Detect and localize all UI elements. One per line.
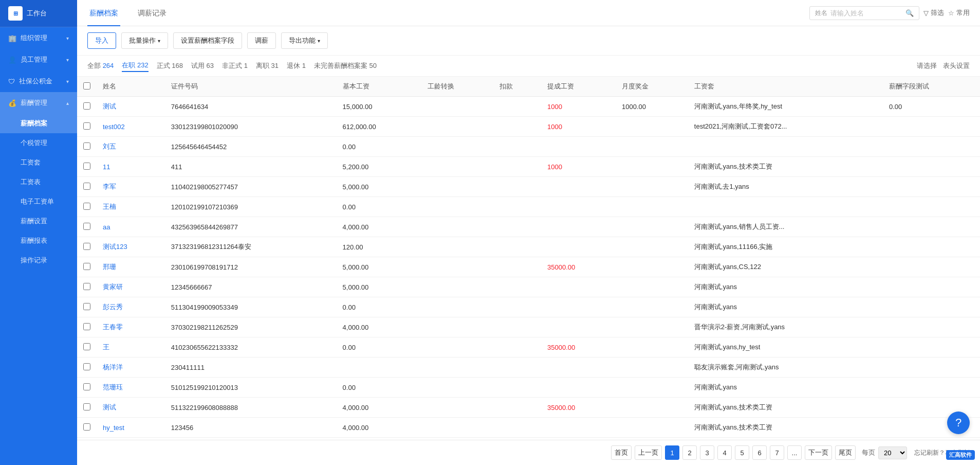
- page-4-button[interactable]: 4: [717, 445, 732, 460]
- batch-button[interactable]: 批量操作 ▾: [121, 32, 168, 49]
- name-link[interactable]: 王春零: [103, 323, 123, 331]
- row-checkbox-cell: [77, 257, 97, 277]
- cell-age-convert: [421, 177, 494, 197]
- sidebar-item-social[interactable]: 🛡 社保公积金 ▾: [0, 70, 77, 92]
- row-checkbox[interactable]: [83, 323, 90, 330]
- page-7-button[interactable]: 7: [770, 445, 784, 460]
- export-button[interactable]: 导出功能 ▾: [281, 32, 328, 49]
- sidebar-item-salary-setting[interactable]: 薪酬设置: [0, 211, 77, 231]
- sidebar-item-salary-file[interactable]: 薪酬档案: [0, 114, 77, 133]
- name-link[interactable]: 测试: [103, 102, 116, 110]
- row-checkbox[interactable]: [83, 363, 90, 370]
- row-checkbox[interactable]: [83, 403, 90, 410]
- cell-wage-set: 河南测试,yans: [688, 378, 883, 398]
- row-checkbox-cell: [77, 197, 97, 217]
- row-checkbox[interactable]: [83, 263, 90, 270]
- sidebar-item-wage-set[interactable]: 工资套: [0, 153, 77, 172]
- cell-deduct: [493, 257, 541, 277]
- name-link[interactable]: 测试123: [103, 243, 127, 251]
- name-link[interactable]: 杨洋洋: [103, 363, 123, 371]
- name-link[interactable]: 王楠: [103, 203, 116, 210]
- prev-page-button[interactable]: 上一页: [635, 445, 662, 460]
- sidebar-item-employee[interactable]: 👤 员工管理 ▾: [0, 49, 77, 70]
- cell-name: test002: [97, 117, 165, 137]
- filter-tab-informal[interactable]: 非正式 1: [222, 60, 248, 71]
- row-checkbox[interactable]: [83, 223, 90, 230]
- page-1-button[interactable]: 1: [665, 445, 679, 460]
- cell-id-no: 410230655622133332: [165, 337, 337, 357]
- name-link[interactable]: 李军: [103, 183, 116, 190]
- set-fields-button[interactable]: 设置薪酬档案字段: [173, 32, 242, 49]
- name-link[interactable]: 王: [103, 343, 109, 351]
- name-link[interactable]: 11: [103, 163, 110, 171]
- row-checkbox[interactable]: [83, 163, 90, 170]
- filter-tab-no-salary[interactable]: 未完善薪酬档案案 50: [314, 60, 377, 71]
- name-link[interactable]: aa: [103, 223, 110, 231]
- row-checkbox[interactable]: [83, 383, 90, 390]
- name-link[interactable]: 邢珊: [103, 263, 116, 271]
- sidebar-item-e-wage[interactable]: 电子工资单: [0, 192, 77, 211]
- favorite-button[interactable]: ☆ 常用: [948, 8, 970, 17]
- filter-tab-probation[interactable]: 试用 63: [191, 60, 214, 71]
- row-checkbox[interactable]: [83, 203, 90, 210]
- page-size-select[interactable]: 20 50 100: [878, 446, 907, 459]
- name-link[interactable]: 刘五: [103, 142, 116, 150]
- row-checkbox[interactable]: [83, 303, 90, 310]
- import-button[interactable]: 导入: [87, 32, 116, 49]
- name-link[interactable]: test002: [103, 123, 125, 131]
- page-5-button[interactable]: 5: [735, 445, 749, 460]
- top-tab-bar: 薪酬档案 调薪记录: [87, 0, 169, 26]
- select-all-button[interactable]: 请选择: [917, 61, 937, 70]
- filter-tab-all[interactable]: 全部 264: [87, 60, 114, 71]
- filter-tab-active[interactable]: 在职 232: [122, 60, 148, 72]
- sidebar-item-tax[interactable]: 个税管理: [0, 133, 77, 153]
- page-3-button[interactable]: 3: [700, 445, 714, 460]
- cell-id-no: 123456: [165, 418, 337, 438]
- filter-tab-retired[interactable]: 退休 1: [287, 60, 306, 71]
- filter-tab-formal[interactable]: 正式 168: [157, 60, 183, 71]
- row-checkbox[interactable]: [83, 122, 90, 130]
- sidebar-item-salary[interactable]: 💰 薪酬管理 ▴: [0, 92, 77, 114]
- cell-commission: [541, 297, 616, 317]
- next-page-button[interactable]: 下一页: [805, 445, 832, 460]
- name-link[interactable]: 黄家研: [103, 283, 123, 291]
- first-page-button[interactable]: 首页: [611, 445, 632, 460]
- cell-name: 黄家研: [97, 277, 165, 297]
- filter-actions: 请选择 表头设置: [917, 61, 970, 70]
- tab-salary-adjust[interactable]: 调薪记录: [136, 2, 169, 26]
- sidebar-item-salary-report[interactable]: 薪酬报表: [0, 231, 77, 251]
- cell-commission: [541, 197, 616, 217]
- export-label: 导出功能: [289, 36, 316, 45]
- row-checkbox[interactable]: [83, 142, 90, 150]
- select-all-checkbox[interactable]: [83, 82, 90, 90]
- filter-tab-resigned[interactable]: 离职 31: [256, 60, 279, 71]
- sidebar-item-org[interactable]: 🏢 组织管理 ▾: [0, 27, 77, 49]
- page-6-button[interactable]: 6: [752, 445, 767, 460]
- name-link[interactable]: 范珊珏: [103, 383, 123, 391]
- row-checkbox-cell: [77, 337, 97, 357]
- col-name: 姓名: [97, 77, 165, 97]
- row-checkbox[interactable]: [83, 343, 90, 350]
- cell-commission: [541, 357, 616, 378]
- sidebar-sub-label-operation-log: 操作记录: [21, 256, 47, 264]
- last-page-button[interactable]: 尾页: [835, 445, 856, 460]
- search-icon[interactable]: 🔍: [905, 9, 914, 17]
- row-checkbox[interactable]: [83, 283, 90, 290]
- dismiss-button[interactable]: 调薪: [247, 32, 276, 49]
- name-link[interactable]: hy_test: [103, 424, 124, 432]
- help-float-button[interactable]: ?: [947, 412, 970, 434]
- filter-button[interactable]: ▽ 筛选: [923, 8, 944, 17]
- name-link[interactable]: 测试: [103, 403, 116, 411]
- tab-salary-file[interactable]: 薪酬档案: [87, 2, 120, 26]
- logo-icon: ⊞: [8, 6, 23, 21]
- search-input[interactable]: [830, 9, 902, 17]
- row-checkbox[interactable]: [83, 183, 90, 190]
- sidebar-item-wage-table[interactable]: 工资表: [0, 172, 77, 192]
- row-checkbox[interactable]: [83, 102, 90, 110]
- sidebar-item-operation-log[interactable]: 操作记录: [0, 251, 77, 270]
- header-setting-button[interactable]: 表头设置: [943, 61, 970, 70]
- name-link[interactable]: 彭云秀: [103, 303, 123, 311]
- page-2-button[interactable]: 2: [682, 445, 697, 460]
- row-checkbox[interactable]: [83, 243, 90, 250]
- row-checkbox[interactable]: [83, 423, 90, 431]
